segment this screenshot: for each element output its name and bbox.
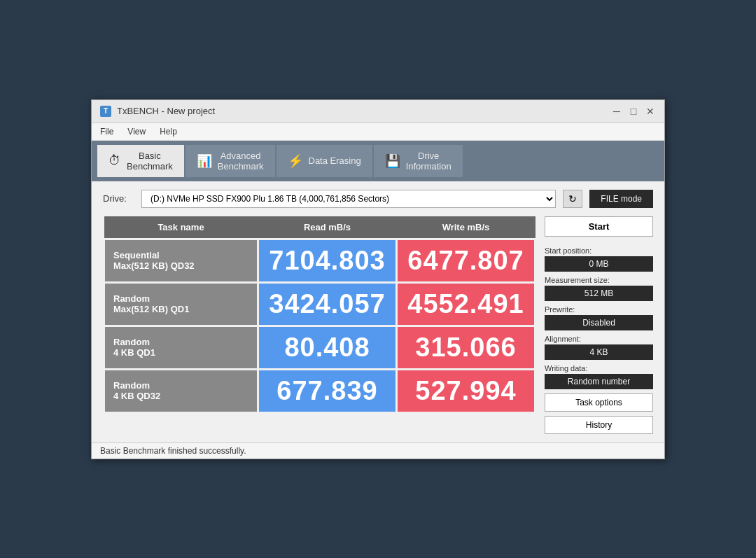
erase-icon: ⚡ <box>288 153 303 169</box>
drive-label: Drive: <box>103 193 134 204</box>
main-window: T TxBENCH - New project ─ □ ✕ File View … <box>91 99 665 459</box>
measurement-size-label: Measurement size: <box>545 276 653 284</box>
writing-data-label: Writing data: <box>545 364 653 372</box>
random4kb-qd1-read-value: 80.408 <box>267 333 387 363</box>
status-text: Basic Benchmark finished successfully. <box>100 446 656 456</box>
table-row: RandomMax(512 KB) QD1 3424.057 4552.491 <box>104 282 536 326</box>
controls-panel: Start Start position: 0 MB Measurement s… <box>545 216 653 434</box>
title-controls: ─ □ ✕ <box>611 106 656 117</box>
random4kb-qd32-read-cell: 677.839 <box>258 369 397 412</box>
drive-refresh-button[interactable]: ↻ <box>563 190 582 208</box>
title-bar: T TxBENCH - New project ─ □ ✕ <box>92 100 664 123</box>
tab-basic-benchmark[interactable]: ⏱ BasicBenchmark <box>97 145 184 177</box>
app-icon: T <box>100 106 111 117</box>
window-title: TxBENCH - New project <box>117 106 215 116</box>
menu-help[interactable]: Help <box>157 125 180 138</box>
random512-write-value: 4552.491 <box>406 289 526 319</box>
file-mode-button[interactable]: FILE mode <box>589 190 653 208</box>
measurement-size-value: 512 MB <box>545 286 653 301</box>
benchmark-table: Task name Read mB/s Write mB/s Sequentia… <box>103 216 536 414</box>
random512-write-cell: 4552.491 <box>397 282 536 326</box>
tab-advanced-label: AdvancedBenchmark <box>218 151 264 172</box>
random4kb-qd1-write-value: 315.066 <box>406 333 526 363</box>
col-task-name: Task name <box>104 216 258 239</box>
close-button[interactable]: ✕ <box>645 106 656 117</box>
tab-drive-label: DriveInformation <box>406 151 451 172</box>
benchmark-section: Task name Read mB/s Write mB/s Sequentia… <box>103 216 536 434</box>
start-position-value: 0 MB <box>545 256 653 272</box>
history-button[interactable]: History <box>545 416 653 434</box>
task-sequential-name: SequentialMax(512 KB) QD32 <box>104 239 258 282</box>
random4kb-qd1-write-cell: 315.066 <box>397 326 536 369</box>
chart-icon: 📊 <box>197 153 212 169</box>
prewrite-label: Prewrite: <box>545 305 653 314</box>
toolbar: ⏱ BasicBenchmark 📊 AdvancedBenchmark ⚡ D… <box>92 141 664 181</box>
main-layout: Task name Read mB/s Write mB/s Sequentia… <box>103 216 653 434</box>
task-options-button[interactable]: Task options <box>545 393 653 412</box>
random4kb-qd32-write-cell: 527.994 <box>397 369 536 412</box>
menu-file[interactable]: File <box>97 125 116 138</box>
clock-icon: ⏱ <box>108 153 121 168</box>
table-row: Random4 KB QD32 677.839 527.994 <box>104 369 536 412</box>
alignment-label: Alignment: <box>545 335 653 343</box>
sequential-read-value: 7104.803 <box>267 246 387 276</box>
col-read: Read mB/s <box>258 216 397 239</box>
random4kb-qd1-read-cell: 80.408 <box>258 326 397 369</box>
random4kb-qd32-read-value: 677.839 <box>267 376 387 406</box>
prewrite-value: Disabled <box>545 315 653 330</box>
alignment-value: 4 KB <box>545 344 653 360</box>
table-row: SequentialMax(512 KB) QD32 7104.803 6477… <box>104 239 536 282</box>
random4kb-qd32-write-value: 527.994 <box>406 376 526 406</box>
drive-icon: 💾 <box>385 153 400 169</box>
title-left: T TxBENCH - New project <box>100 106 215 117</box>
minimize-button[interactable]: ─ <box>611 106 622 117</box>
task-random-4kb-qd32-name: Random4 KB QD32 <box>104 369 258 412</box>
drive-select[interactable]: (D:) NVMe HP SSD FX900 Plu 1.86 TB (4,00… <box>141 190 556 208</box>
tab-erase-label: Data Erasing <box>309 155 361 166</box>
tab-advanced-benchmark[interactable]: 📊 AdvancedBenchmark <box>186 145 275 177</box>
maximize-button[interactable]: □ <box>628 106 639 117</box>
col-write: Write mB/s <box>397 216 536 239</box>
task-random-4kb-qd1-name: Random4 KB QD1 <box>104 326 258 369</box>
start-position-label: Start position: <box>545 246 653 255</box>
table-row: Random4 KB QD1 80.408 315.066 <box>104 326 536 369</box>
tab-data-erasing[interactable]: ⚡ Data Erasing <box>276 145 372 177</box>
random512-read-cell: 3424.057 <box>258 282 397 326</box>
sequential-write-value: 6477.807 <box>406 246 526 276</box>
task-random-512-name: RandomMax(512 KB) QD1 <box>104 282 258 326</box>
content-area: Drive: (D:) NVMe HP SSD FX900 Plu 1.86 T… <box>92 181 664 442</box>
tab-drive-information[interactable]: 💾 DriveInformation <box>374 145 463 177</box>
writing-data-value: Random number <box>545 374 653 389</box>
sequential-write-cell: 6477.807 <box>397 239 536 282</box>
status-bar: Basic Benchmark finished successfully. <box>92 442 664 459</box>
drive-row: Drive: (D:) NVMe HP SSD FX900 Plu 1.86 T… <box>103 190 653 208</box>
random512-read-value: 3424.057 <box>267 289 387 319</box>
tab-basic-label: BasicBenchmark <box>127 151 173 172</box>
menu-bar: File View Help <box>92 123 664 141</box>
menu-view[interactable]: View <box>125 125 148 138</box>
sequential-read-cell: 7104.803 <box>258 239 397 282</box>
start-button[interactable]: Start <box>545 216 653 237</box>
